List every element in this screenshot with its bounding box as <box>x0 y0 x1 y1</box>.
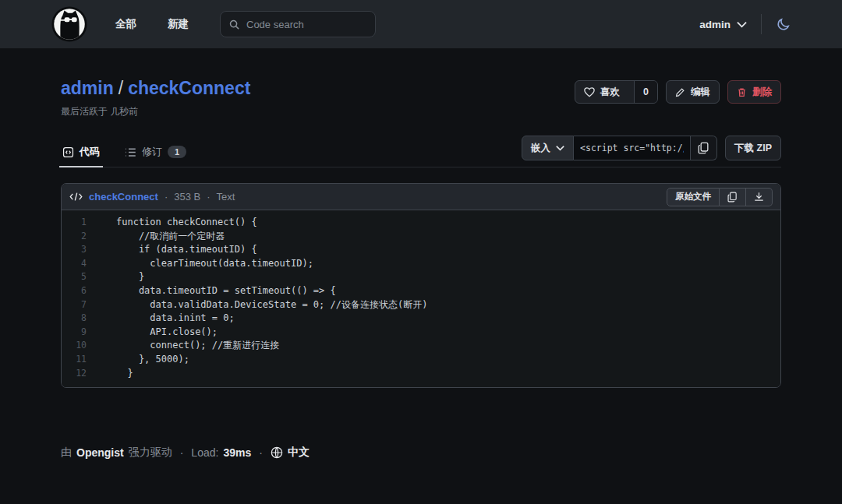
tab-code[interactable]: 代码 <box>61 140 101 167</box>
page-footer: 由 Opengist 强力驱动 · Load: 39ms · 中文 <box>61 446 781 460</box>
footer-dot: · <box>177 446 187 459</box>
copy-file-button[interactable] <box>720 188 746 206</box>
nav-divider <box>761 14 762 34</box>
code-square-icon <box>62 146 74 158</box>
nav-links: 全部 新建 <box>115 17 189 31</box>
line-number[interactable]: 9 <box>62 326 87 340</box>
trash-icon <box>737 87 747 97</box>
line-number[interactable]: 2 <box>62 230 87 244</box>
embed-label: 嵌入 <box>531 142 550 155</box>
globe-icon <box>271 446 283 459</box>
load-value: 39ms <box>223 446 251 459</box>
copy-icon <box>727 192 738 203</box>
code-viewer: 1function checkConnect() { 2 //取消前一个定时器 … <box>62 210 780 387</box>
code-line: 7 data.validData.DeviceState = 0; //设备连接… <box>62 298 780 312</box>
powered-prefix: 由 <box>61 446 72 460</box>
tab-revisions[interactable]: 修订 1 <box>123 140 188 167</box>
raw-file-button[interactable]: 原始文件 <box>667 188 720 206</box>
line-number[interactable]: 7 <box>62 298 87 312</box>
line-code: API.close(); <box>116 326 218 340</box>
line-number[interactable]: 12 <box>62 367 87 381</box>
line-number[interactable]: 1 <box>62 216 87 230</box>
line-number[interactable]: 11 <box>62 353 87 367</box>
search-input[interactable] <box>246 19 363 30</box>
chevron-down-icon <box>737 21 747 28</box>
code-line: 12 } <box>62 367 780 381</box>
owner-link[interactable]: admin <box>61 78 114 98</box>
load-label: Load: <box>191 446 218 459</box>
copy-icon <box>698 142 709 154</box>
embed-copy-button[interactable] <box>691 136 717 160</box>
line-code: data.validData.DeviceState = 0; //设备连接状态… <box>116 298 427 312</box>
line-number[interactable]: 8 <box>62 312 87 326</box>
list-icon <box>125 147 136 157</box>
line-number[interactable]: 4 <box>62 257 87 271</box>
line-code: //取消前一个定时器 <box>116 230 225 244</box>
code-line: 3 if (data.timeoutID) { <box>62 243 780 257</box>
line-number[interactable]: 6 <box>62 284 87 298</box>
code-line: 8 data.inint = 0; <box>62 312 780 326</box>
heart-icon <box>584 87 595 97</box>
file-size: 353 B <box>174 191 200 203</box>
edit-label: 编辑 <box>691 86 710 99</box>
user-menu[interactable]: admin <box>699 19 747 30</box>
search-icon <box>228 19 240 30</box>
like-label: 喜欢 <box>600 86 620 99</box>
line-code: } <box>116 270 144 284</box>
last-active-text: 最后活跃于 几秒前 <box>61 105 250 118</box>
page-title: admin/checkConnect <box>61 78 250 99</box>
user-name: admin <box>699 19 731 30</box>
embed-dropdown[interactable]: 嵌入 <box>522 136 574 160</box>
line-code: function checkConnect() { <box>116 216 257 230</box>
like-button[interactable]: 喜欢 0 <box>575 80 658 104</box>
revisions-count-badge: 1 <box>168 146 186 158</box>
code-line: 4 clearTimeout(data.timeoutID); <box>62 257 780 271</box>
tab-revisions-label: 修订 <box>142 145 162 159</box>
nav-new-gist[interactable]: 新建 <box>168 17 189 31</box>
code-search-box[interactable] <box>220 11 376 37</box>
like-count[interactable]: 0 <box>634 81 657 103</box>
line-code: connect(); //重新进行连接 <box>116 339 279 353</box>
language-label: 中文 <box>288 446 310 460</box>
code-line: 9 API.close(); <box>62 326 780 340</box>
line-number[interactable]: 10 <box>62 339 87 353</box>
code-line: 2 //取消前一个定时器 <box>62 230 780 244</box>
code-line: 1function checkConnect() { <box>62 216 780 230</box>
top-navbar: 全部 新建 admin <box>0 0 842 48</box>
file-type: Text <box>217 191 235 203</box>
delete-button[interactable]: 删除 <box>727 80 781 104</box>
line-code: data.timeoutID = setTimeout(() => { <box>116 284 336 298</box>
opengist-logo[interactable] <box>51 6 87 42</box>
footer-dot: · <box>256 446 266 459</box>
pencil-icon <box>675 87 685 97</box>
file-name-link[interactable]: checkConnect <box>89 191 158 203</box>
nav-all-gists[interactable]: 全部 <box>115 17 136 31</box>
title-separator: / <box>114 78 128 98</box>
code-line: 5 } <box>62 270 780 284</box>
line-number[interactable]: 5 <box>62 270 87 284</box>
delete-label: 删除 <box>752 86 772 99</box>
line-code: } <box>116 367 133 381</box>
gist-file-card: checkConnect · 353 B · Text 原始文件 <box>61 183 781 388</box>
download-icon <box>754 192 764 203</box>
line-code: }, 5000); <box>116 353 189 367</box>
embed-code-input[interactable] <box>574 136 691 160</box>
line-code: data.inint = 0; <box>116 312 235 326</box>
tab-code-label: 代码 <box>80 145 100 159</box>
opengist-brand-link[interactable]: Opengist <box>76 446 124 459</box>
download-zip-button[interactable]: 下载 ZIP <box>725 136 781 160</box>
line-code: if (data.timeoutID) { <box>116 243 257 257</box>
code-slash-icon <box>69 192 83 202</box>
chevron-down-icon <box>556 145 564 151</box>
download-zip-label: 下载 ZIP <box>734 142 772 155</box>
powered-suffix: 强力驱动 <box>129 446 172 460</box>
line-number[interactable]: 3 <box>62 243 87 257</box>
gist-name-link[interactable]: checkConnect <box>128 78 250 98</box>
meta-dot: · <box>165 191 168 203</box>
code-line: 10 connect(); //重新进行连接 <box>62 339 780 353</box>
download-file-button[interactable] <box>746 188 773 206</box>
code-line: 11 }, 5000); <box>62 353 780 367</box>
edit-button[interactable]: 编辑 <box>666 80 720 104</box>
theme-toggle-moon-icon[interactable] <box>776 17 791 32</box>
language-switcher[interactable]: 中文 <box>271 446 310 460</box>
